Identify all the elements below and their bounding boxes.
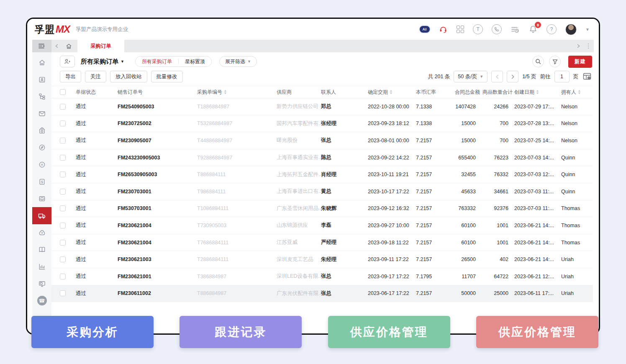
table-row[interactable]: 通过 FM2540905003 T1886884987 新势力供应链公司 郑总 … [51, 98, 593, 115]
tab-back-icon[interactable] [51, 44, 62, 48]
row-checkbox[interactable] [60, 138, 66, 144]
headset-icon[interactable] [439, 25, 448, 34]
cell-amount: 32455 [452, 172, 482, 177]
sort-icon[interactable]: ▲▼ [390, 90, 393, 95]
table-row[interactable]: 通过 FM230703001 T986884111 上海百事进出口有... 黄总… [51, 183, 593, 200]
filter-starred-pinned[interactable]: 星标置顶 [179, 56, 211, 67]
bell-icon[interactable]: 8 [529, 25, 538, 34]
apps-grid-icon[interactable] [457, 26, 464, 33]
row-checkbox[interactable] [60, 172, 66, 177]
table-row[interactable]: 通过 FM230621003 T2886884111 深圳麦克工艺品 朱经理 2… [51, 251, 593, 268]
notification-badge: 8 [535, 22, 541, 28]
chevron-down-icon[interactable]: ▼ [585, 27, 590, 32]
tab-purchase-orders[interactable]: 采购订单 [77, 40, 124, 52]
whatsapp-icon: ☎ [37, 296, 47, 305]
page-size-select[interactable]: 50 条/页 ▼ [454, 71, 487, 82]
col-header-qty[interactable]: 商品数量合计 [482, 89, 514, 96]
table-row[interactable]: 通过 FM230621004 T7686884111 江苏亚威 严经理 2023… [51, 234, 593, 251]
sidebar-item-discover[interactable] [32, 139, 51, 156]
sidebar-item-workbench[interactable] [32, 275, 51, 292]
follow-button[interactable]: 关注 [85, 71, 106, 82]
row-checkbox[interactable] [60, 189, 66, 195]
home-tab-icon[interactable] [62, 43, 75, 50]
expand-filters-button[interactable]: 展开筛选 ▼ [219, 56, 257, 67]
table-row[interactable]: 通过 FM230621004 T730905003 山东锦源供应 李磊 2023… [51, 217, 593, 234]
sidebar-item-mail[interactable] [32, 105, 51, 122]
avatar[interactable] [565, 24, 577, 35]
row-checkbox[interactable] [60, 240, 66, 246]
footer-button-follow-up-records[interactable]: 跟进记录 [180, 316, 302, 348]
col-header-supplier[interactable]: 供应商 [277, 89, 321, 96]
goto-page-input[interactable] [554, 71, 570, 82]
col-header-sales-no[interactable]: 销售订单号 [118, 89, 197, 96]
footer-button-purchase-analysis[interactable]: 采购分析 [31, 316, 154, 348]
filter-button[interactable] [549, 56, 561, 67]
tab-more-icon[interactable] [588, 44, 589, 49]
table-row[interactable]: 通过 FM230905007 T44886884987 曙光股份 张总 2023… [51, 132, 593, 149]
col-header-amount[interactable]: 合同总金额 [452, 89, 482, 96]
table-row[interactable]: 通过 FM26530905003 T886884111 上海拓邦五金配件... … [51, 166, 593, 183]
sidebar-item-contacts[interactable] [32, 71, 51, 88]
sidebar-item-whatsapp[interactable]: ☎ [32, 292, 51, 310]
sort-icon[interactable]: ▲▼ [578, 90, 581, 95]
ai-bot-icon[interactable]: AI [420, 26, 430, 33]
footer-button-supply-price-management-1[interactable]: 供应价格管理 [328, 316, 450, 348]
row-checkbox[interactable] [60, 205, 66, 211]
sidebar-item-reports[interactable] [32, 258, 51, 275]
table-row[interactable]: 通过 FM243230905003 T92886884987 上海百事通实业有.… [51, 149, 593, 167]
recycle-bin-button[interactable]: 放入回收站 [110, 71, 147, 82]
table-row[interactable]: 通过 FM230621001 T386884987 深圳LED设备有限... 张… [51, 268, 593, 285]
new-button[interactable]: 新建 [568, 56, 592, 68]
table-row[interactable]: 通过 FM530703001 T1086884111 广东圣雪休闲用品... 朱… [51, 200, 593, 218]
sidebar-item-org[interactable] [32, 88, 51, 105]
next-page-button[interactable] [507, 71, 518, 82]
cell-delivery: 2023-09-17 17:22 [368, 274, 416, 279]
sidebar-item-marketing[interactable]: A [32, 156, 51, 173]
sidebar-item-finance[interactable]: ¥ [32, 224, 51, 241]
sidebar-item-products[interactable] [32, 122, 51, 139]
row-checkbox[interactable] [60, 155, 66, 161]
table-row[interactable]: 通过 FM230611002 T886884987 广东光伏配件有限... 张总… [51, 285, 593, 302]
sort-icon[interactable]: ▲▼ [536, 90, 539, 95]
footer-button-bar: 采购分析 跟进记录 供应价格管理 供应价格管理 [0, 316, 626, 348]
prev-page-button[interactable] [491, 71, 503, 82]
col-header-delivery[interactable]: 确定交期▲▼ [368, 89, 416, 96]
cell-po-no: T1886884987 [197, 104, 277, 110]
row-checkbox[interactable] [60, 274, 66, 279]
sidebar-item-ledger[interactable] [32, 241, 51, 259]
col-header-po-no[interactable]: 采购单编号▲▼ [197, 89, 277, 96]
sidebar-item-purchasing[interactable] [32, 207, 51, 224]
cell-select [60, 274, 76, 279]
col-header-status[interactable]: 单据状态 [76, 89, 118, 96]
collapse-menu-button[interactable] [32, 40, 51, 52]
row-checkbox[interactable] [60, 290, 66, 296]
tab-forward-icon[interactable] [573, 44, 584, 48]
row-checkbox[interactable] [60, 223, 66, 228]
sidebar-item-orders[interactable] [32, 190, 51, 208]
col-header-rate[interactable]: 本币汇率 [416, 89, 452, 96]
field-settings-button[interactable] [582, 72, 592, 82]
col-header-contact[interactable]: 联系人 [321, 89, 368, 96]
export-button[interactable]: 导出 [60, 71, 81, 82]
row-checkbox[interactable] [60, 104, 66, 110]
col-header-created[interactable]: 创建日期▲▼ [514, 89, 561, 96]
footer-button-supply-price-management-2[interactable]: 供应价格管理 [476, 316, 598, 348]
cell-amount: 1407428 [452, 104, 482, 110]
translate-icon[interactable]: T [473, 24, 483, 34]
sort-icon[interactable]: ▲▼ [224, 90, 227, 95]
row-checkbox[interactable] [60, 120, 66, 126]
batch-edit-button[interactable]: 批量修改 [151, 71, 183, 82]
view-selector[interactable]: 所有采购订单 ▼ [81, 58, 124, 66]
table-row[interactable]: 通过 FM230725002 T53286884987 国邦汽车零配件有... … [51, 115, 593, 133]
row-checkbox[interactable] [60, 256, 66, 262]
select-all-checkbox[interactable] [60, 89, 66, 95]
sidebar-item-quotes[interactable]: $ [32, 173, 51, 190]
owner-filter-button[interactable] [60, 56, 75, 67]
sidebar-item-home[interactable] [32, 54, 51, 71]
search-button[interactable] [532, 56, 544, 67]
col-header-owner[interactable]: 拥有人▲▼ [561, 89, 593, 96]
help-icon[interactable]: ? [546, 24, 557, 34]
filter-all-purchase-orders[interactable]: 所有采购订单 [136, 56, 178, 67]
call-log-icon[interactable] [511, 25, 520, 34]
phone-icon[interactable] [492, 24, 502, 34]
